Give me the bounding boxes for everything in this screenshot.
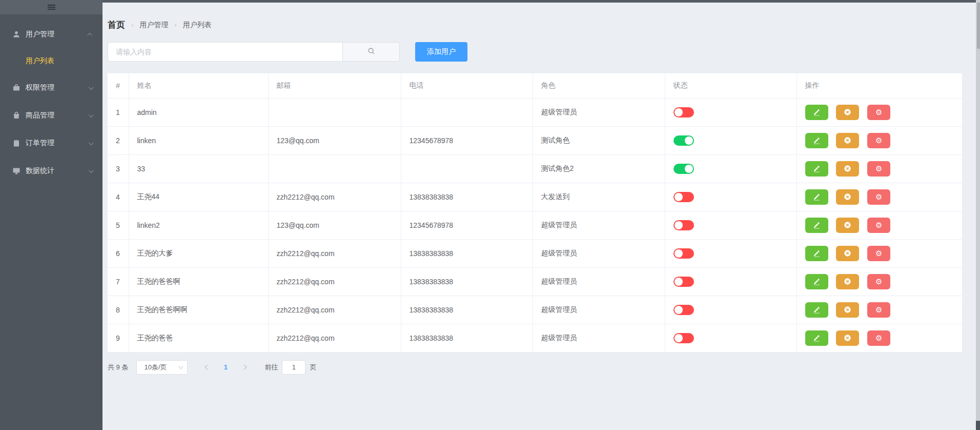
circle-close-icon bbox=[844, 306, 851, 314]
page-number[interactable]: 1 bbox=[218, 363, 233, 371]
cell-email: zzh2212@qq.com bbox=[268, 183, 401, 211]
close-button[interactable] bbox=[836, 189, 859, 205]
scrollbar-thumb[interactable] bbox=[977, 3, 980, 49]
add-user-button[interactable]: 添加用户 bbox=[415, 42, 467, 62]
close-button[interactable] bbox=[836, 246, 859, 261]
status-toggle[interactable] bbox=[673, 248, 694, 259]
close-button[interactable] bbox=[836, 133, 859, 148]
chevron-down-icon bbox=[178, 364, 183, 369]
cell-email: zzh2212@qq.com bbox=[268, 324, 401, 352]
table-row: 3 33 测试角色2 bbox=[108, 154, 962, 183]
column-header-name: 姓名 bbox=[129, 73, 268, 98]
status-toggle[interactable] bbox=[673, 135, 694, 146]
cell-index: 6 bbox=[108, 239, 129, 267]
status-toggle[interactable] bbox=[673, 220, 694, 230]
sidebar-collapse-button[interactable] bbox=[0, 0, 103, 14]
edit-button[interactable] bbox=[805, 302, 828, 318]
gear-icon: ⚙ bbox=[875, 249, 882, 257]
status-toggle[interactable] bbox=[673, 164, 694, 174]
settings-button[interactable]: ⚙ bbox=[867, 218, 890, 233]
search-icon bbox=[368, 47, 375, 57]
sidebar-item-data-statistics[interactable]: 数据统计 bbox=[0, 157, 103, 185]
sidebar-item-permission-management[interactable]: 权限管理 bbox=[0, 74, 103, 102]
cell-index: 3 bbox=[108, 154, 129, 183]
chevron-down-icon bbox=[89, 140, 94, 145]
vertical-scrollbar[interactable] bbox=[976, 0, 980, 430]
search-button[interactable] bbox=[342, 42, 400, 62]
next-page-button[interactable] bbox=[237, 360, 251, 375]
close-button[interactable] bbox=[836, 330, 859, 346]
sidebar-item-label: 数据统计 bbox=[26, 166, 89, 175]
edit-button[interactable] bbox=[805, 105, 828, 120]
table-row: 5 linken2 123@qq.com 12345678978 超级管理员 bbox=[108, 211, 962, 239]
breadcrumb-item[interactable]: 用户列表 bbox=[183, 21, 212, 30]
toolbar: 添加用户 bbox=[108, 42, 962, 62]
cell-role: 超级管理员 bbox=[533, 98, 665, 126]
cell-phone: 13838383838 bbox=[401, 296, 533, 324]
status-toggle[interactable] bbox=[673, 333, 694, 343]
cell-name: 33 bbox=[129, 154, 268, 183]
prev-page-button[interactable] bbox=[200, 360, 214, 375]
circle-close-icon bbox=[844, 136, 851, 144]
breadcrumb-home[interactable]: 首页 bbox=[108, 19, 125, 31]
cell-role: 超级管理员 bbox=[533, 267, 665, 296]
page-size-select[interactable]: 10条/页 bbox=[136, 360, 188, 375]
cell-name: linken bbox=[129, 126, 268, 154]
gear-icon: ⚙ bbox=[875, 221, 882, 229]
close-button[interactable] bbox=[836, 161, 859, 177]
edit-button[interactable] bbox=[805, 133, 828, 148]
sidebar-item-goods-management[interactable]: 商品管理 bbox=[0, 102, 103, 129]
sidebar-item-user-management[interactable]: 用户管理 bbox=[0, 21, 103, 48]
status-toggle[interactable] bbox=[673, 305, 694, 315]
sidebar-item-order-management[interactable]: 订单管理 bbox=[0, 129, 103, 157]
close-button[interactable] bbox=[836, 274, 859, 289]
settings-button[interactable]: ⚙ bbox=[867, 302, 890, 318]
cell-role: 大发送到 bbox=[533, 183, 665, 211]
edit-button[interactable] bbox=[805, 161, 828, 177]
edit-button[interactable] bbox=[805, 274, 828, 289]
cell-role: 超级管理员 bbox=[533, 296, 665, 324]
close-button[interactable] bbox=[836, 302, 859, 318]
column-header-role: 角色 bbox=[533, 73, 665, 98]
cell-phone: 13838383838 bbox=[401, 183, 533, 211]
column-header-email: 邮箱 bbox=[268, 73, 401, 98]
close-button[interactable] bbox=[836, 105, 859, 120]
gear-icon: ⚙ bbox=[875, 193, 882, 201]
edit-pencil-icon bbox=[813, 334, 821, 342]
cell-phone: 13838383838 bbox=[401, 267, 533, 296]
circle-close-icon bbox=[844, 221, 851, 229]
settings-button[interactable]: ⚙ bbox=[867, 133, 890, 148]
table-row: 6 王尧的大爹 zzh2212@qq.com 13838383838 超级管理员 bbox=[108, 239, 962, 267]
edit-button[interactable] bbox=[805, 218, 828, 233]
edit-button[interactable] bbox=[805, 246, 828, 261]
top-strip bbox=[103, 0, 980, 3]
table-header-row: # 姓名 邮箱 电话 角色 状态 操作 bbox=[108, 73, 962, 98]
column-header-actions: 操作 bbox=[797, 73, 962, 98]
cell-index: 5 bbox=[108, 211, 129, 239]
settings-button[interactable]: ⚙ bbox=[867, 105, 890, 120]
status-toggle[interactable] bbox=[673, 192, 694, 202]
settings-button[interactable]: ⚙ bbox=[867, 330, 890, 346]
cell-email: zzh2212@qq.com bbox=[268, 239, 401, 267]
scrollbar-corner bbox=[976, 421, 980, 430]
gear-icon: ⚙ bbox=[875, 108, 882, 116]
search-input[interactable] bbox=[108, 42, 342, 62]
close-button[interactable] bbox=[836, 218, 859, 233]
edit-button[interactable] bbox=[805, 330, 828, 346]
settings-button[interactable]: ⚙ bbox=[867, 161, 890, 177]
edit-button[interactable] bbox=[805, 189, 828, 205]
sidebar-subitem-user-list[interactable]: 用户列表 bbox=[0, 48, 103, 74]
table-row: 7 王尧的爸爸啊 zzh2212@qq.com 13838383838 超级管理… bbox=[108, 267, 962, 296]
status-toggle[interactable] bbox=[673, 277, 694, 287]
breadcrumb-item[interactable]: 用户管理 bbox=[139, 21, 168, 30]
cell-index: 7 bbox=[108, 267, 129, 296]
status-toggle[interactable] bbox=[673, 107, 694, 118]
column-header-index: # bbox=[108, 73, 129, 98]
cell-role: 测试角色2 bbox=[533, 154, 665, 183]
settings-button[interactable]: ⚙ bbox=[867, 246, 890, 261]
cell-name: 王尧44 bbox=[129, 183, 268, 211]
goto-page-input[interactable] bbox=[282, 360, 305, 375]
settings-button[interactable]: ⚙ bbox=[867, 274, 890, 289]
edit-pencil-icon bbox=[813, 136, 821, 144]
settings-button[interactable]: ⚙ bbox=[867, 189, 890, 205]
